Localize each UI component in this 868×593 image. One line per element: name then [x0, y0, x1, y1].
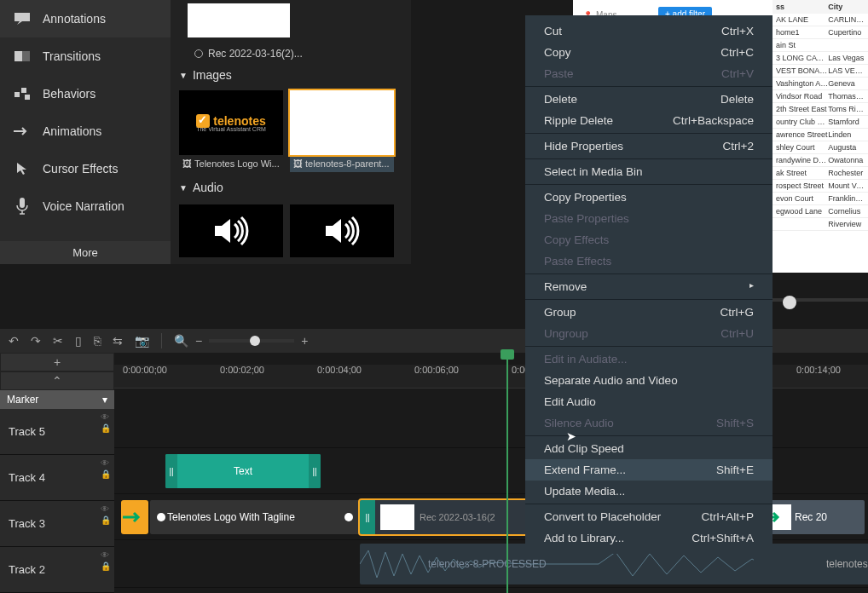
sidebar-label: Behaviors [43, 87, 95, 101]
split-button[interactable]: ▯ [75, 334, 82, 348]
menu-item-copy[interactable]: CopyCtrl+C [525, 42, 773, 63]
table-row: shley CourtAugusta [773, 141, 868, 154]
table-row: VEST BONANZA RDLAS VEGAS [773, 65, 868, 78]
zoom-out-button[interactable]: − [195, 334, 202, 348]
media-caption: Rec 2022-03-16(2)... [188, 44, 411, 63]
audio-thumbnail[interactable] [179, 204, 283, 257]
track-controls: + ⌃ Marker▾ Track 5👁🔒 Track 4👁🔒 Track 3👁… [0, 353, 114, 593]
audio-thumbnail[interactable] [290, 204, 394, 257]
menu-separator [525, 86, 773, 87]
zoom-icon: 🔍 [174, 334, 188, 348]
sidebar-item-animations[interactable]: Animations [0, 112, 171, 150]
keyframe-marker[interactable] [157, 513, 165, 521]
menu-item-extend-frame-[interactable]: Extend Frame...Shift+E [525, 459, 773, 481]
text-clip[interactable]: ||Text|| [165, 454, 321, 488]
properties-slider[interactable] [773, 298, 868, 307]
audio-section-header[interactable]: ▼Audio [171, 176, 411, 199]
cursor-effects-icon [14, 160, 31, 177]
eye-icon[interactable]: 👁 [101, 504, 111, 514]
lock-icon[interactable]: 🔒 [101, 469, 111, 479]
images-section-header[interactable]: ▼Images [171, 63, 411, 87]
menu-item-separate-audio-and-video[interactable]: Separate Audio and Video [525, 370, 773, 391]
menu-item-update-media-[interactable]: Update Media... [525, 481, 773, 502]
lock-icon[interactable]: 🔒 [101, 423, 111, 433]
menu-item-copy-effects: Copy Effects [525, 229, 773, 250]
copy-button[interactable]: ⎘ [94, 334, 101, 348]
table-row: 3 LONG CATTLE A...Las Vegas [773, 52, 868, 65]
zoom-slider[interactable]: 🔍 − + [174, 334, 308, 348]
logo-clip[interactable]: Telenotes Logo With Tagline [150, 500, 360, 534]
menu-item-copy-properties[interactable]: Copy Properties [525, 187, 773, 208]
arrow-clip[interactable] [121, 500, 148, 534]
track-label-3[interactable]: Track 3👁🔒 [0, 501, 114, 547]
track-label-4[interactable]: Track 4👁🔒 [0, 455, 114, 501]
image-thumbnail-logo[interactable]: telenotes The Virtual Assistant CRM 🖼 Te… [179, 90, 283, 172]
sidebar-item-voice-narration[interactable]: Voice Narration [0, 187, 171, 225]
playhead[interactable] [506, 353, 508, 593]
menu-item-add-to-library-[interactable]: Add to Library...Ctrl+Shift+A [525, 527, 773, 549]
sidebar: Annotations Transitions Behaviors Animat… [0, 0, 171, 264]
animations-icon [14, 123, 31, 140]
more-button[interactable]: More [0, 241, 171, 264]
image-icon: 🖼 [182, 158, 192, 169]
sidebar-item-behaviors[interactable]: Behaviors [0, 75, 171, 112]
menu-item-select-in-media-bin[interactable]: Select in Media Bin [525, 161, 773, 182]
menu-separator [525, 435, 773, 436]
sidebar-label: Transitions [43, 49, 101, 63]
clip-handle-left[interactable]: || [165, 454, 177, 488]
menu-separator [525, 158, 773, 159]
menu-item-add-clip-speed[interactable]: Add Clip Speed [525, 438, 773, 459]
collapse-icon: ▼ [179, 183, 188, 193]
zoom-handle[interactable] [250, 336, 260, 346]
clip-handle-right[interactable]: || [309, 454, 321, 488]
menu-item-convert-to-placeholder[interactable]: Convert to PlaceholderCtrl+Alt+P [525, 506, 773, 527]
slider-handle[interactable] [783, 296, 796, 309]
menu-item-remove[interactable]: Remove▸ [525, 276, 773, 297]
sidebar-item-cursor-effects[interactable]: Cursor Effects [0, 150, 171, 187]
menu-item-delete[interactable]: DeleteDelete [525, 89, 773, 110]
screenshot-button[interactable]: 📷 [135, 334, 149, 348]
svg-rect-2 [22, 51, 30, 61]
menu-item-paste-effects: Paste Effects [525, 250, 773, 272]
menu-item-hide-properties[interactable]: Hide PropertiesCtrl+2 [525, 135, 773, 157]
table-row: evon CourtFranklin Squ [773, 193, 868, 205]
track-label-5[interactable]: Track 5👁🔒 [0, 409, 114, 455]
collapse-tracks-button[interactable]: ⌃ [0, 371, 114, 390]
track-label-2[interactable]: Track 2👁🔒 [0, 547, 114, 593]
menu-item-cut[interactable]: CutCtrl+X [525, 20, 773, 42]
media-panel: Rec 2022-03-16(2)... ▼Images telenotes T… [171, 0, 411, 264]
zoom-in-button[interactable]: + [301, 334, 308, 348]
undo-button[interactable]: ↶ [9, 334, 19, 348]
selected-clip[interactable]: || Rec 2022-03-16(2 [360, 500, 529, 534]
sidebar-label: Animations [43, 124, 101, 138]
sidebar-label: Annotations [43, 12, 106, 26]
table-row: ak StreetRochester [773, 167, 868, 180]
clip-handle-left[interactable]: || [360, 500, 375, 534]
eye-icon[interactable]: 👁 [101, 412, 111, 422]
menu-item-edit-audio[interactable]: Edit Audio [525, 391, 773, 412]
microphone-icon [14, 198, 31, 215]
menu-item-silence-audio: Silence AudioShift+S [525, 412, 773, 434]
menu-item-ripple-delete[interactable]: Ripple DeleteCtrl+Backspace [525, 110, 773, 131]
eye-icon[interactable]: 👁 [101, 550, 111, 560]
keyframe-marker[interactable] [344, 513, 353, 521]
sidebar-item-transitions[interactable]: Transitions [0, 37, 171, 75]
media-thumbnail-recording[interactable] [188, 3, 290, 37]
lock-icon[interactable]: 🔒 [101, 561, 111, 571]
table-row: Riverview [773, 218, 868, 231]
clip-thumbnail [380, 504, 414, 530]
sidebar-item-annotations[interactable]: Annotations [0, 0, 171, 37]
menu-item-group[interactable]: GroupCtrl+G [525, 302, 773, 323]
paste-button[interactable]: ⇆ [113, 334, 123, 348]
add-track-button[interactable]: + [0, 353, 114, 371]
menu-separator [525, 133, 773, 134]
marker-row[interactable]: Marker▾ [0, 390, 114, 409]
eye-icon[interactable]: 👁 [101, 458, 111, 468]
annotations-icon [14, 10, 31, 27]
context-menu: CutCtrl+XCopyCtrl+CPasteCtrl+VDeleteDele… [525, 15, 773, 554]
image-thumbnail-parent[interactable]: 🖼 telenotes-8-parent... [290, 90, 394, 172]
lock-icon[interactable]: 🔒 [101, 515, 111, 525]
table-row: randywine DriveOwatonna [773, 154, 868, 167]
cut-button[interactable]: ✂ [53, 334, 63, 348]
redo-button[interactable]: ↷ [31, 334, 41, 348]
